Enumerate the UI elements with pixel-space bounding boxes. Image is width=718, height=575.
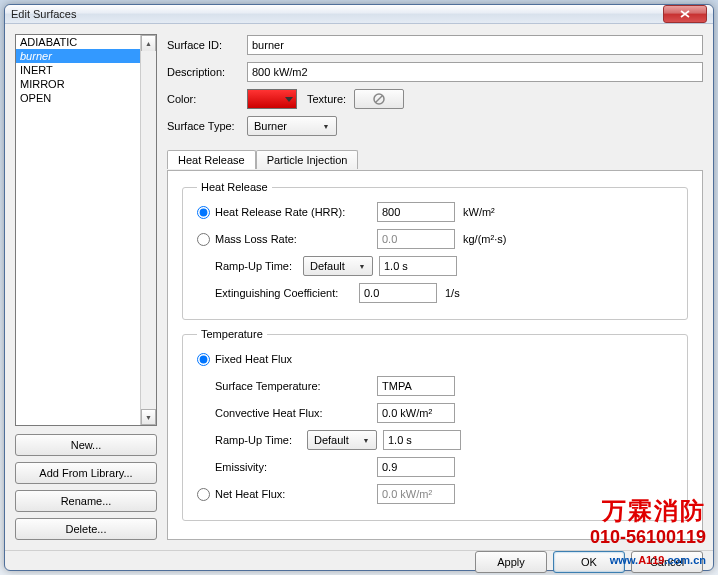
edit-surfaces-dialog: Edit Surfaces ADIABATICburnerINERTMIRROR… <box>4 4 714 571</box>
ok-button[interactable]: OK <box>553 551 625 573</box>
apply-button[interactable]: Apply <box>475 551 547 573</box>
no-texture-icon <box>373 93 385 105</box>
emissivity-input[interactable] <box>377 457 455 477</box>
close-icon <box>680 10 690 18</box>
mlr-label: Mass Loss Rate: <box>215 233 377 245</box>
hr-ramp-input[interactable] <box>379 256 457 276</box>
net-flux-radio[interactable] <box>197 488 210 501</box>
heat-release-legend: Heat Release <box>197 181 272 193</box>
titlebar[interactable]: Edit Surfaces <box>5 5 713 24</box>
heat-release-group: Heat Release Heat Release Rate (HRR): kW… <box>182 181 688 320</box>
conv-flux-input[interactable] <box>377 403 455 423</box>
texture-label: Texture: <box>307 93 346 105</box>
delete-button[interactable]: Delete... <box>15 518 157 540</box>
net-flux-input <box>377 484 455 504</box>
ext-coef-input[interactable] <box>359 283 437 303</box>
surface-type-label: Surface Type: <box>167 120 247 132</box>
list-item[interactable]: MIRROR <box>16 77 140 91</box>
tab-container: Heat Release Particle Injection Heat Rel… <box>167 170 703 540</box>
net-flux-label: Net Heat Flux: <box>215 488 377 500</box>
left-column: ADIABATICburnerINERTMIRROROPEN ▲ ▼ New..… <box>15 34 157 540</box>
list-item[interactable]: OPEN <box>16 91 140 105</box>
temperature-legend: Temperature <box>197 328 267 340</box>
scrollbar[interactable]: ▲ ▼ <box>140 35 156 425</box>
svg-line-1 <box>376 96 383 103</box>
description-input[interactable] <box>247 62 703 82</box>
color-picker[interactable] <box>247 89 297 109</box>
texture-button[interactable] <box>354 89 404 109</box>
tab-heat-release[interactable]: Heat Release <box>167 150 256 169</box>
hr-ramp-label: Ramp-Up Time: <box>215 260 303 272</box>
cancel-button[interactable]: Cancel <box>631 551 703 573</box>
surf-temp-label: Surface Temperature: <box>215 380 377 392</box>
list-item[interactable]: burner <box>16 49 140 63</box>
surface-id-label: Surface ID: <box>167 39 247 51</box>
add-from-library-button[interactable]: Add From Library... <box>15 462 157 484</box>
surface-id-input[interactable] <box>247 35 703 55</box>
close-button[interactable] <box>663 5 707 23</box>
list-item[interactable]: ADIABATIC <box>16 35 140 49</box>
scroll-up[interactable]: ▲ <box>141 35 156 51</box>
chevron-down-icon: ▼ <box>355 263 369 270</box>
dialog-content: ADIABATICburnerINERTMIRROROPEN ▲ ▼ New..… <box>5 24 713 550</box>
ext-coef-label: Extinguishing Coefficient: <box>215 287 359 299</box>
temp-ramp-combo[interactable]: Default ▼ <box>307 430 377 450</box>
dialog-button-bar: Apply OK Cancel <box>5 550 713 573</box>
surface-list[interactable]: ADIABATICburnerINERTMIRROROPEN ▲ ▼ <box>15 34 157 426</box>
chevron-down-icon: ▼ <box>319 123 333 130</box>
description-label: Description: <box>167 66 247 78</box>
mlr-unit: kg/(m²·s) <box>463 233 533 245</box>
temp-ramp-input[interactable] <box>383 430 461 450</box>
temp-ramp-label: Ramp-Up Time: <box>215 434 307 446</box>
ext-coef-unit: 1/s <box>445 287 515 299</box>
list-item[interactable]: INERT <box>16 63 140 77</box>
conv-flux-label: Convective Heat Flux: <box>215 407 377 419</box>
hr-ramp-combo[interactable]: Default ▼ <box>303 256 373 276</box>
surf-temp-input[interactable] <box>377 376 455 396</box>
hrr-unit: kW/m² <box>463 206 533 218</box>
hrr-radio[interactable] <box>197 206 210 219</box>
rename-button[interactable]: Rename... <box>15 490 157 512</box>
new-button[interactable]: New... <box>15 434 157 456</box>
scroll-down[interactable]: ▼ <box>141 409 156 425</box>
mlr-input <box>377 229 455 249</box>
color-label: Color: <box>167 93 247 105</box>
temperature-group: Temperature Fixed Heat Flux Surface Temp… <box>182 328 688 521</box>
fixed-flux-label: Fixed Heat Flux <box>215 353 377 365</box>
right-column: Surface ID: Description: Color: Texture:… <box>167 34 703 540</box>
emissivity-label: Emissivity: <box>215 461 377 473</box>
chevron-down-icon: ▼ <box>359 437 373 444</box>
surface-type-combo[interactable]: Burner ▼ <box>247 116 337 136</box>
mlr-radio[interactable] <box>197 233 210 246</box>
hrr-input[interactable] <box>377 202 455 222</box>
tab-particle-injection[interactable]: Particle Injection <box>256 150 359 169</box>
window-title: Edit Surfaces <box>11 8 663 20</box>
hrr-label: Heat Release Rate (HRR): <box>215 206 377 218</box>
fixed-flux-radio[interactable] <box>197 353 210 366</box>
